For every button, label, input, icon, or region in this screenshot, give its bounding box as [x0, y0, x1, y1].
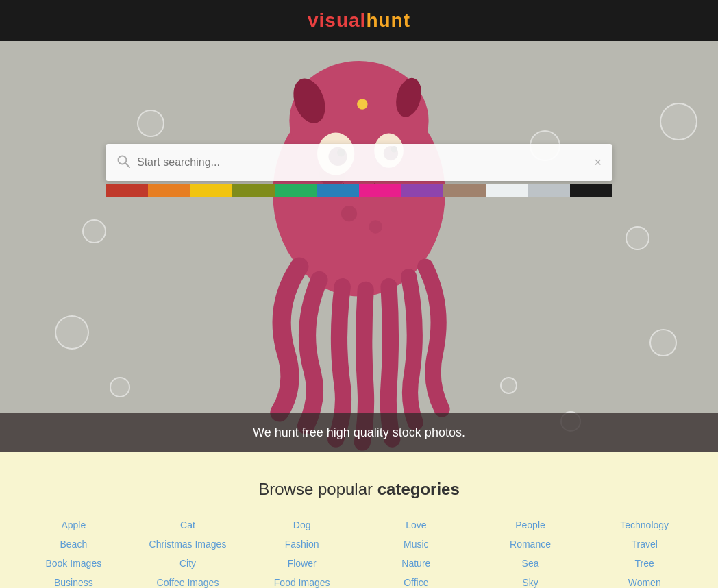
search-icon	[116, 154, 130, 171]
category-link-dog[interactable]: Dog	[293, 519, 311, 530]
category-col-col3: DogFashionFlowerFood ImagesHappy	[245, 519, 359, 588]
site-logo[interactable]: visualhunt	[308, 10, 410, 32]
color-swatch-yellow[interactable]	[190, 184, 232, 197]
bubble-1	[137, 110, 164, 137]
search-input[interactable]	[137, 156, 594, 169]
bubble-3	[55, 315, 89, 350]
bubble-4	[110, 377, 130, 397]
categories-title-bold: categories	[377, 480, 460, 498]
category-link-romance[interactable]: Romance	[510, 539, 551, 550]
categories-grid: AppleBeachBook ImagesBusinessCarCatChris…	[16, 519, 702, 588]
color-swatch-lightgray[interactable]	[528, 184, 571, 197]
color-swatch-brown[interactable]	[443, 184, 486, 197]
svg-point-5	[369, 220, 382, 233]
category-col-col5: PeopleRomanceSeaSkySnow	[473, 519, 588, 588]
bubble-2	[82, 219, 106, 243]
hero-section: × We hunt free high quality stock photos…	[0, 41, 718, 452]
category-link-food-images[interactable]: Food Images	[274, 577, 330, 588]
logo-visual-text: visual	[308, 10, 366, 31]
category-link-office[interactable]: Office	[404, 577, 428, 588]
svg-point-16	[357, 99, 367, 109]
category-link-nature[interactable]: Nature	[401, 558, 430, 569]
bubble-10	[500, 377, 517, 394]
category-col-col4: LoveMusicNatureOfficeParty Images	[359, 519, 473, 588]
color-swatch-pink[interactable]	[359, 184, 401, 197]
search-bar: ×	[106, 144, 612, 181]
category-col-col2: CatChristmas ImagesCityCoffee ImagesComp…	[131, 519, 245, 588]
category-link-travel[interactable]: Travel	[631, 539, 657, 550]
category-link-christmas-images[interactable]: Christmas Images	[149, 539, 227, 550]
color-swatch-orange[interactable]	[148, 184, 190, 197]
color-swatch-blue[interactable]	[317, 184, 359, 197]
color-swatch-olive[interactable]	[232, 184, 275, 197]
bubble-6	[626, 226, 649, 250]
svg-point-4	[341, 206, 357, 221]
category-link-city[interactable]: City	[180, 558, 196, 569]
svg-line-18	[125, 163, 129, 167]
categories-title-normal: Browse popular	[258, 480, 377, 498]
category-link-coffee-images[interactable]: Coffee Images	[157, 577, 219, 588]
color-swatch-black[interactable]	[570, 184, 612, 197]
color-swatch-red[interactable]	[106, 184, 148, 197]
category-link-people[interactable]: People	[515, 519, 545, 530]
logo-hunt-text: hunt	[366, 10, 410, 31]
category-link-book-images[interactable]: Book Images	[45, 558, 101, 569]
search-overlay: ×	[106, 144, 612, 197]
category-link-cat[interactable]: Cat	[180, 519, 195, 530]
search-clear-button[interactable]: ×	[594, 156, 602, 170]
categories-title: Browse popular categories	[14, 480, 704, 499]
hero-tagline-text: We hunt free high quality stock photos.	[253, 426, 465, 439]
hero-illustration	[215, 41, 503, 452]
category-col-col1: AppleBeachBook ImagesBusinessCar	[16, 519, 131, 588]
color-swatch-white[interactable]	[486, 184, 528, 197]
category-link-love[interactable]: Love	[406, 519, 426, 530]
category-link-flower[interactable]: Flower	[288, 558, 317, 569]
category-link-women[interactable]: Women	[628, 577, 661, 588]
bubble-8	[649, 329, 677, 356]
bubble-7	[660, 103, 697, 140]
category-col-col6: TechnologyTravelTreeWomenWork	[587, 519, 702, 588]
site-header: visualhunt	[0, 0, 718, 41]
hero-tagline-bar: We hunt free high quality stock photos.	[0, 413, 718, 452]
category-link-music[interactable]: Music	[404, 539, 429, 550]
categories-section: Browse popular categories AppleBeachBook…	[0, 452, 718, 588]
category-link-tree[interactable]: Tree	[635, 558, 654, 569]
color-swatch-purple[interactable]	[401, 184, 444, 197]
category-link-sky[interactable]: Sky	[522, 577, 538, 588]
category-link-beach[interactable]: Beach	[60, 539, 87, 550]
category-link-fashion[interactable]: Fashion	[285, 539, 319, 550]
category-link-apple[interactable]: Apple	[61, 519, 86, 530]
color-filter-bar	[106, 184, 612, 197]
category-link-business[interactable]: Business	[54, 577, 93, 588]
category-link-technology[interactable]: Technology	[620, 519, 669, 530]
category-link-sea[interactable]: Sea	[522, 558, 539, 569]
color-swatch-green[interactable]	[275, 184, 317, 197]
